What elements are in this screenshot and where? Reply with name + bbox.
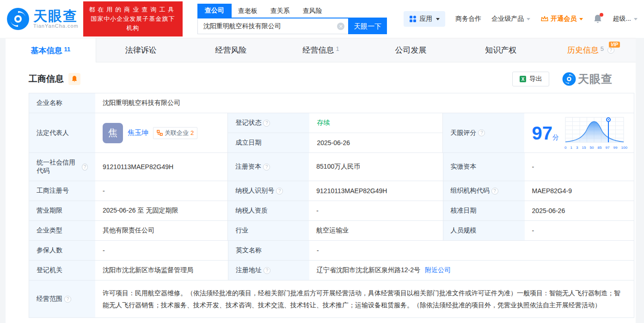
tab-label: 法律诉讼: [125, 45, 157, 55]
export-button[interactable]: X 导出: [512, 72, 549, 86]
help-icon[interactable]: ?: [82, 164, 88, 171]
monitor-bell-icon[interactable]: [68, 73, 80, 85]
taxpayer-id-label: 纳税人识别号: [235, 187, 274, 195]
vip-caret-icon: [579, 18, 583, 20]
table-row: 统一社会信用代码 ? 91210113MAEP82G49H 注册资本 ? 851…: [29, 153, 634, 181]
taxpayer-quality-label: 纳税人资质: [227, 201, 309, 220]
slogan-line2: 国家中小企业发展子基金旗下机构: [88, 14, 178, 33]
top-navigation: 应用 商务合作 企业级产品 开通会员 超级...: [404, 11, 638, 27]
tab-count: 1: [336, 45, 339, 52]
tab-company-development[interactable]: 公司发展: [366, 38, 456, 62]
svg-text:X: X: [521, 77, 525, 82]
legal-rep-avatar[interactable]: 焦: [103, 123, 123, 143]
est-date-value: 2025-06-26: [309, 133, 442, 152]
business-term-label: 营业期限: [29, 201, 95, 220]
tab-basic-info[interactable]: 基本信息 11: [6, 38, 96, 62]
notifications-bell-icon[interactable]: [593, 14, 602, 24]
taxpayer-id-label-cell: 纳税人识别号 ?: [227, 181, 309, 201]
org-code-label: 组织机构代码: [451, 187, 490, 195]
table-row: 登记机关 沈阳市沈北新区市场监督管理局 注册地址 ? 辽宁省沈阳市沈北新区泉州路…: [29, 261, 634, 280]
company-type-label: 企业类型: [29, 221, 95, 240]
reg-status-value: 存续: [309, 113, 442, 133]
credit-code-label: 统一社会信用代码: [37, 158, 80, 175]
org-code-value: MAEP82G4-9: [525, 181, 634, 201]
tab-operation-info[interactable]: 经营信息 1: [276, 38, 366, 62]
apps-caret-icon: [436, 18, 440, 20]
help-icon[interactable]: ?: [478, 129, 485, 136]
company-tabbar: 基本信息 11 法律诉讼 经营风险 经营信息 1 公司发展 知识产权 VIP 历…: [6, 38, 636, 62]
est-date-label: 成立日期: [228, 133, 309, 152]
brand-domain: TianYanCha.com: [33, 23, 79, 29]
taxpayer-id-value: 91210113MAEP82G49H: [309, 181, 442, 201]
tab-intellectual-property[interactable]: 知识产权: [456, 38, 546, 62]
search-button[interactable]: 天眼一下: [348, 18, 387, 34]
score-value: 97: [532, 123, 552, 143]
score-label-cell: 天眼评分 ?: [442, 113, 524, 152]
tab-label: 经营信息: [302, 45, 334, 55]
tab-label: 历史信息: [567, 45, 599, 55]
search-tab-risk[interactable]: 查风险: [296, 5, 329, 18]
help-icon[interactable]: ?: [64, 296, 71, 303]
search-tab-company[interactable]: 查公司: [197, 4, 232, 18]
search-tab-boss[interactable]: 查老板: [232, 5, 264, 18]
table-row: 营业期限 2025-06-26 至 无固定期限 纳税人资质 - 核准日期 202…: [29, 201, 634, 221]
apps-grid-icon: [409, 15, 417, 23]
search-tab-relation[interactable]: 查关系: [264, 5, 296, 18]
related-companies-badge[interactable]: 关联企业 2: [153, 127, 197, 139]
credit-code-value: 91210113MAEP82G49H: [95, 153, 227, 181]
help-icon[interactable]: ?: [263, 164, 270, 171]
credit-code-label-cell: 统一社会信用代码 ?: [29, 153, 95, 181]
search-input[interactable]: [198, 23, 349, 30]
english-name-label: 英文名称: [228, 241, 309, 260]
insured-count-label: 参保人数: [29, 241, 95, 260]
related-label: 关联企业: [165, 129, 189, 137]
apps-menu[interactable]: 应用: [404, 11, 445, 27]
taxpayer-quality-value: -: [309, 201, 442, 220]
help-icon[interactable]: ?: [263, 120, 270, 127]
tab-legal-litigation[interactable]: 法律诉讼: [96, 38, 186, 62]
network-icon: [157, 130, 163, 136]
tianyancha-logo-icon: [6, 7, 30, 30]
account-caret-icon: [634, 18, 638, 20]
industry-value: 航空运输业: [309, 221, 442, 240]
help-icon[interactable]: ?: [264, 267, 270, 274]
tab-history-info[interactable]: VIP 历史信息 5 ?: [546, 38, 636, 62]
business-scope-label: 经营范围: [37, 295, 62, 303]
staff-size-label: 人员规模: [443, 221, 525, 240]
table-row: 经营范围 ? 许可项目：民用航空器维修。（依法须经批准的项目，经相关部门批准后方…: [29, 280, 634, 318]
help-icon[interactable]: ?: [491, 188, 498, 195]
company-name-value: 沈阳重明航空科技有限公司: [95, 93, 634, 113]
business-term-value: 2025-06-26 至 无固定期限: [95, 201, 227, 220]
tab-operation-risk[interactable]: 经营风险: [186, 38, 276, 62]
apps-label: 应用: [419, 15, 432, 23]
table-row: 工商注册号 - 纳税人识别号 ? 91210113MAEP82G49H 组织机构…: [29, 181, 634, 201]
legal-rep-name-link[interactable]: 焦玉坤: [128, 128, 148, 137]
score-axis-ticks: 0131550859799100: [564, 145, 628, 150]
legal-rep-label: 法定代表人: [29, 113, 95, 152]
cooperation-label: 商务合作: [455, 15, 481, 23]
help-icon[interactable]: ?: [607, 47, 614, 54]
tab-label: 经营风险: [215, 45, 246, 55]
table-row: 企业类型 其他有限责任公司 行业 航空运输业 人员规模 -: [29, 221, 634, 241]
nav-business-cooperation[interactable]: 商务合作: [455, 15, 481, 23]
nav-user-account[interactable]: 超级...: [613, 15, 638, 23]
nav-enterprise-products[interactable]: 企业级产品: [491, 15, 530, 23]
clear-search-icon[interactable]: ✕: [337, 23, 344, 30]
tianyancha-logo[interactable]: 天眼查 TianYanCha.com: [6, 7, 79, 30]
export-label: 导出: [529, 75, 542, 83]
paid-capital-value: -: [525, 153, 634, 181]
watermark-text: 天眼查: [578, 72, 613, 86]
nearby-companies-link[interactable]: 附近公司: [425, 266, 451, 274]
top-header: 天眼查 TianYanCha.com 都在用的商业查询工具 国家中小企业发展子基…: [0, 0, 644, 38]
enterprise-label: 企业级产品: [491, 15, 524, 23]
enterprise-caret-icon: [527, 18, 530, 20]
help-icon[interactable]: ?: [276, 188, 283, 195]
reg-capital-label-cell: 注册资本 ?: [227, 153, 309, 181]
nav-open-vip[interactable]: 开通会员: [540, 15, 583, 23]
reg-number-label: 工商注册号: [29, 181, 95, 201]
reg-authority-value: 沈阳市沈北新区市场监督管理局: [95, 261, 228, 280]
staff-size-value: -: [525, 221, 634, 240]
reg-capital-value: 85100万人民币: [309, 153, 442, 181]
reg-capital-label: 注册资本: [235, 163, 261, 171]
brand-name: 天眼查: [33, 9, 79, 23]
